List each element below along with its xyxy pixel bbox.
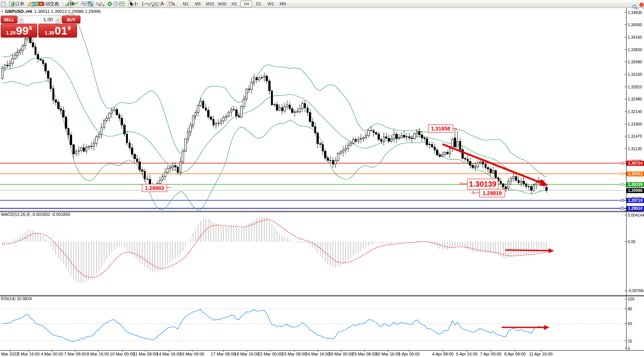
candle-bear	[208, 110, 209, 117]
volume-increase-button[interactable]: ▲	[55, 16, 61, 23]
candle-bear	[202, 101, 204, 108]
hline-handle[interactable]	[621, 162, 624, 164]
bar-chart-button[interactable]	[65, 0, 68, 8]
candle-bull	[12, 58, 14, 63]
candle-bull	[507, 181, 509, 189]
candle-bear	[518, 180, 520, 182]
price-annotation-1.29993[interactable]: 1.29993	[142, 184, 167, 192]
timeframe-m5-button[interactable]: M5	[192, 0, 203, 7]
candle-bull	[111, 110, 113, 113]
fibonacci-button[interactable]: F	[155, 0, 158, 8]
metaeditor-icon[interactable]	[30, 0, 33, 8]
price-annotation-1.29819[interactable]: 1.29819	[479, 189, 505, 197]
candle-bull	[253, 78, 255, 82]
rsi-pane[interactable]	[0, 295, 644, 350]
price-tag-1.30431: 1.30431	[627, 171, 644, 176]
candle-bear	[421, 135, 423, 138]
line-chart-button[interactable]	[72, 0, 76, 8]
date-label: 1 Apr 00:00	[398, 352, 420, 356]
indicators-button[interactable]: ▾	[107, 0, 112, 8]
candle-bull	[187, 132, 189, 139]
timeframe-d1-button[interactable]: D1	[253, 0, 264, 7]
volume-decrease-button[interactable]: ▼	[19, 16, 24, 23]
candle-bear	[281, 108, 283, 111]
price-annotation-1.30139[interactable]: 1.30139	[467, 179, 498, 190]
candle-bull	[251, 82, 253, 90]
date-axis[interactable]: Mar 20222 Mar 16:004 Mar 00:007 Mar 08:0…	[0, 350, 644, 357]
date-label: 2 Mar 16:00	[17, 352, 40, 356]
candle-bull	[345, 149, 347, 150]
price-tick-label: 1.31130	[628, 146, 644, 151]
date-label: 29 Mar 08:00	[352, 352, 377, 356]
autotrading-button[interactable]: 自动交易	[38, 0, 60, 8]
main-chart-pane[interactable]	[0, 8, 644, 211]
chart-window-icon[interactable]	[0, 0, 3, 8]
candle-bull	[457, 141, 458, 147]
shapes-button[interactable]: ▾	[170, 0, 175, 8]
volume-input[interactable]: 1.00	[24, 16, 55, 23]
channel-button[interactable]: E	[151, 0, 154, 8]
zoom-out-button[interactable]	[84, 0, 87, 8]
tile-windows-button[interactable]	[88, 0, 91, 8]
timeframe-w1-button[interactable]: W1	[265, 0, 276, 7]
hline-handle[interactable]	[621, 173, 624, 175]
ask-price-button[interactable]: 1.30 01 9	[38, 24, 77, 38]
market-watch-icon[interactable]	[34, 0, 37, 8]
candle-bear	[424, 138, 425, 139]
timeframe-m1-button[interactable]: M1	[180, 0, 191, 7]
candle-bear	[495, 171, 497, 178]
candle-bull	[96, 137, 98, 143]
panel-toggle-icon[interactable]	[2, 11, 3, 12]
candle-bull	[342, 150, 344, 152]
macd-tick-label: -0.007664	[628, 288, 644, 293]
trendline-button[interactable]	[148, 0, 151, 8]
horizontal-line-button[interactable]	[144, 0, 147, 8]
new-order-button[interactable]: 新订单	[8, 0, 26, 8]
candle-bear	[439, 155, 441, 156]
crosshair-button[interactable]	[132, 0, 135, 8]
toolbar-separator	[61, 1, 64, 7]
candlestick-chart-button[interactable]	[69, 0, 72, 8]
date-label: 11 Apr 16:00	[529, 352, 553, 356]
red-trend-arrow[interactable]	[442, 144, 543, 184]
timeframe-m30-button[interactable]: M30	[216, 0, 228, 7]
hline-handle[interactable]	[621, 207, 624, 209]
candle-bear	[291, 109, 293, 113]
zoom-in-button[interactable]	[80, 0, 83, 8]
cursor-button[interactable]	[129, 0, 132, 8]
candle-bull	[223, 118, 225, 121]
timeframe-m15-button[interactable]: M15	[204, 0, 216, 7]
vertical-line-button[interactable]	[140, 0, 143, 8]
templates-button[interactable]: ▾	[119, 0, 124, 8]
red-trend-arrow[interactable]	[505, 250, 551, 251]
periods-button[interactable]: ▾	[113, 0, 118, 8]
hline-handle[interactable]	[621, 199, 624, 201]
candle-bear	[235, 110, 237, 116]
candle-bull	[299, 109, 301, 112]
chart-shift-button[interactable]	[99, 0, 102, 8]
candle-bull	[230, 110, 232, 112]
text-button[interactable]: A	[159, 0, 165, 8]
timeframe-mn-button[interactable]: MN	[277, 0, 288, 7]
date-label: 23 Mar 08:00	[282, 352, 307, 356]
timeframe-h1-button[interactable]: H1	[228, 0, 240, 7]
sell-button[interactable]: SELL	[1, 16, 17, 24]
candle-bull	[19, 50, 21, 52]
timeframe-h4-button[interactable]: H4	[241, 0, 252, 7]
candle-bull	[413, 134, 415, 139]
candle-bear	[375, 132, 377, 134]
candle-bull	[401, 135, 403, 137]
text-label-button[interactable]: T	[166, 0, 169, 8]
bid-price-button[interactable]: 1.29 99 6	[1, 24, 37, 38]
price-annotation-1.31658[interactable]: 1.31658	[428, 124, 453, 133]
toolbar-separator	[176, 1, 179, 7]
candle-bull	[480, 162, 482, 163]
price-tick-label: 1.32810	[628, 85, 644, 89]
highlight-tool-icon[interactable]	[27, 0, 30, 8]
candle-bull	[101, 127, 102, 135]
bollinger-lower	[2, 81, 546, 210]
macd-pane[interactable]	[0, 211, 644, 295]
auto-scroll-button[interactable]	[95, 0, 98, 8]
hline-handle[interactable]	[621, 183, 624, 186]
buy-button[interactable]: BUY	[62, 16, 80, 24]
